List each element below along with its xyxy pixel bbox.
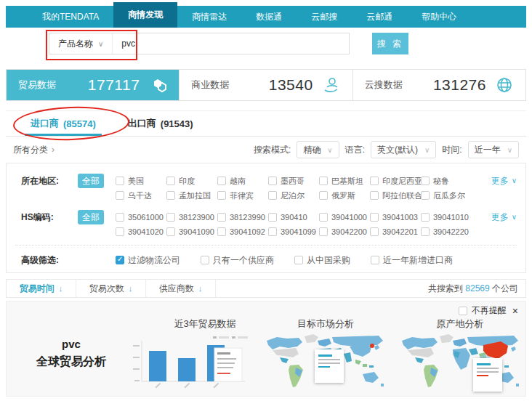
sort-button[interactable]: 贸易次数 ↓ — [76, 280, 146, 297]
hs-checkbox[interactable]: 39041099 — [268, 224, 319, 239]
nav-item[interactable]: 我的TENDATA — [28, 6, 113, 28]
checkbox-icon — [371, 256, 379, 264]
region-checkbox[interactable]: 美国 — [116, 174, 166, 188]
hs-checkbox[interactable]: 39041000 — [319, 210, 370, 224]
all-categories-link[interactable]: 所有分类 › — [13, 144, 55, 156]
hs-filter-label: HS编码: — [21, 210, 78, 224]
checkbox-icon — [116, 191, 124, 200]
hs-checkbox[interactable]: 39042200 — [319, 224, 370, 239]
hs-checkbox[interactable]: 38123990 — [217, 210, 268, 224]
region-more-link[interactable]: 更多 ∨ — [491, 174, 517, 188]
region-checkbox[interactable]: 尼泊尔 — [268, 188, 319, 203]
region-filter-label: 所在地区: — [21, 174, 78, 188]
region-checkbox[interactable]: 墨西哥 — [268, 174, 319, 188]
region-checkbox[interactable]: 越南 — [217, 174, 268, 188]
advanced-checkbox[interactable]: 从中国采购 — [294, 253, 350, 267]
checkbox-label: 越南 — [230, 176, 246, 187]
region-all-button[interactable]: 全部 — [78, 174, 104, 188]
stat-cloud-search-data[interactable]: 云搜数据 131276 — [352, 70, 525, 100]
search-button[interactable]: 搜 索 — [372, 33, 408, 54]
sort-desc-icon: ↓ — [198, 284, 203, 293]
stat-business-data[interactable]: 商业数据 13540 — [179, 70, 352, 100]
panel-title-target-market: 目标市场分析 — [275, 317, 376, 331]
sort-button[interactable]: 供应商数 ↓ — [146, 280, 216, 297]
region-checkbox[interactable]: 印度尼西亚 — [370, 174, 421, 188]
advanced-checkbox[interactable]: 过滤物流公司 — [116, 253, 180, 267]
nav-item[interactable]: 商情雷达 — [177, 6, 241, 28]
option-select[interactable]: 近一年 ∨ — [468, 141, 519, 158]
checkbox-icon — [268, 227, 277, 236]
nav-item[interactable]: 数据通 — [241, 6, 297, 28]
region-checkbox[interactable]: 厄瓜多尔 — [421, 188, 472, 203]
region-checkbox[interactable]: 孟加拉国 — [166, 188, 217, 203]
checkbox-icon — [116, 213, 124, 222]
search-options: 搜索模式: 精确 ∨ 语言: 英文(默认) ∨ 时间: 近一年 ∨ — [254, 141, 519, 158]
nav-item[interactable]: 帮助中心 — [407, 6, 471, 28]
checkbox-label: 尼泊尔 — [281, 190, 305, 201]
search-bar[interactable]: 产品名称 ∨ pvc — [49, 33, 350, 54]
checkbox-icon — [294, 256, 303, 264]
hs-checkbox[interactable]: 39041003 — [370, 210, 421, 224]
hs-checkbox[interactable]: 39041090 — [166, 224, 217, 239]
nav-item[interactable]: 云邮搜 — [297, 6, 352, 28]
chevron-down-icon: ∨ — [424, 146, 430, 154]
option-select[interactable]: 精确 ∨ — [297, 141, 339, 158]
region-checkbox[interactable]: 乌干达 — [116, 188, 166, 203]
promo-brand-title: pvc 全球贸易分析 — [20, 338, 123, 370]
panel-title-origin: 原产地分析 — [409, 317, 511, 331]
checkbox-icon — [319, 177, 328, 185]
checkbox-label: 39041020 — [128, 227, 164, 236]
checkbox-label: 俄罗斯 — [331, 190, 355, 201]
advanced-checkbox[interactable]: 近一年新增进口商 — [371, 253, 453, 267]
nav-item[interactable]: 云邮通 — [352, 6, 407, 28]
region-checkbox[interactable]: 巴基斯坦 — [319, 174, 370, 188]
region-checkbox-grid: 美国 印度 越南 墨西哥 巴基斯 — [116, 174, 475, 203]
hs-checkbox[interactable]: 38123900 — [166, 210, 217, 224]
nav-item[interactable]: 商情发现 — [113, 2, 177, 28]
hs-all-button[interactable]: 全部 — [78, 210, 104, 224]
hs-checkbox[interactable]: 390410 — [268, 210, 319, 224]
close-icon[interactable]: × — [512, 305, 518, 317]
option-select[interactable]: 英文(默认) ∨ — [371, 141, 436, 158]
importer-exporter-tabs: 进口商 (85574) 出口商 (91543) — [6, 110, 526, 137]
tab-exporters[interactable]: 出口商 (91543) — [128, 111, 193, 136]
tab-label: 进口商 — [31, 117, 59, 130]
hs-checkbox[interactable]: 39041010 — [421, 210, 472, 224]
dismiss-checkbox[interactable] — [459, 307, 467, 315]
molecule-icon — [148, 76, 167, 94]
region-checkbox[interactable]: 印度 — [166, 174, 217, 188]
hs-checkbox[interactable]: 39041020 — [116, 224, 166, 239]
hs-checkbox[interactable]: 39042220 — [421, 224, 472, 239]
tab-importers[interactable]: 进口商 (85574) — [31, 111, 96, 136]
target-market-map — [262, 332, 387, 393]
chevron-down-icon: ∨ — [507, 146, 512, 154]
search-field-selector[interactable]: 产品名称 ∨ — [49, 33, 113, 54]
checkbox-icon — [370, 227, 379, 236]
region-checkbox[interactable]: 秘鲁 — [421, 174, 472, 188]
sort-button-label: 供应商数 — [159, 283, 194, 295]
hs-checkbox[interactable]: 39042201 — [370, 224, 421, 239]
checkbox-icon — [166, 177, 175, 185]
advanced-checkbox[interactable]: 只有一个供应商 — [201, 253, 274, 267]
checkbox-label: 39041000 — [331, 213, 367, 222]
dismiss-control: 不再提醒 × — [459, 304, 518, 317]
checkbox-label: 39041099 — [281, 227, 316, 236]
region-checkbox[interactable]: 俄罗斯 — [319, 188, 370, 203]
region-checkbox[interactable]: 阿拉伯联合... — [370, 188, 421, 203]
region-checkbox[interactable]: 菲律宾 — [217, 188, 268, 203]
checkbox-icon — [166, 191, 175, 200]
promo-query-text: pvc — [20, 338, 123, 350]
hs-checkbox[interactable]: 35061000 — [116, 210, 166, 224]
checkbox-icon — [421, 177, 430, 185]
sort-button-label: 贸易次数 — [89, 283, 124, 295]
chevron-down-icon: ∨ — [327, 146, 332, 154]
checkbox-icon — [116, 256, 124, 264]
checkbox-icon — [370, 213, 379, 222]
search-input[interactable]: pvc — [113, 39, 135, 49]
mini-bar-chart-bars — [149, 345, 225, 381]
option-label: 时间: — [442, 144, 462, 156]
hs-more-link[interactable]: 更多 ∨ — [491, 210, 517, 224]
stat-trade-data[interactable]: 贸易数据 177117 — [7, 70, 179, 100]
hs-checkbox[interactable]: 39041092 — [217, 224, 268, 239]
sort-button[interactable]: 贸易时间 ↓ — [7, 280, 76, 297]
